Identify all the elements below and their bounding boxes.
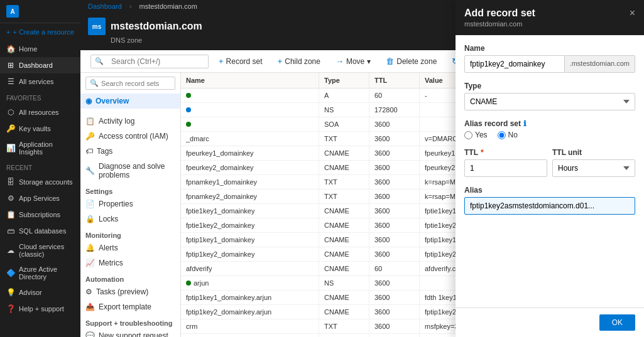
cell-ttl: 3600 bbox=[369, 218, 420, 232]
cell-type: A bbox=[319, 88, 369, 102]
breadcrumb-dashboard[interactable]: Dashboard bbox=[88, 3, 122, 10]
sidebar-item-azure-ad[interactable]: 🔷 Azure Active Directory bbox=[0, 262, 80, 284]
sql-icon: 🗃 bbox=[6, 227, 15, 235]
nav-search-input[interactable] bbox=[101, 80, 171, 87]
cell-ttl: 3600 bbox=[369, 117, 420, 131]
ttl-label: TTL * bbox=[464, 148, 547, 157]
ttl-input-group: TTL * bbox=[464, 148, 547, 177]
sidebar-item-app-insights[interactable]: 📊 Application Insights bbox=[0, 137, 80, 159]
col-type[interactable]: Type bbox=[319, 73, 369, 88]
nav-item-metrics[interactable]: 📈 Metrics bbox=[80, 255, 180, 270]
cell-ttl: 3600 bbox=[369, 204, 420, 218]
panel-subtitle: mstestdomian.com bbox=[464, 20, 535, 28]
cell-name: _dmarc bbox=[181, 132, 319, 146]
cell-type: CNAME bbox=[319, 305, 369, 319]
move-icon: → bbox=[336, 56, 344, 66]
sidebar-item-storage[interactable]: 🗄 Storage accounts bbox=[0, 174, 80, 190]
locks-icon: 🔒 bbox=[85, 215, 95, 223]
cell-type: TXT bbox=[319, 175, 369, 189]
settings-section-label: Settings bbox=[80, 183, 180, 196]
ttl-required-mark: * bbox=[481, 148, 484, 157]
nav-section-header bbox=[80, 109, 180, 114]
sidebar-item-cloud-services[interactable]: ☁ Cloud services (classic) bbox=[0, 239, 80, 262]
delete-zone-button[interactable]: 🗑 Delete zone bbox=[381, 54, 442, 68]
move-chevron-icon: ▾ bbox=[367, 57, 371, 66]
recent-section-header: RECENT bbox=[0, 159, 80, 174]
cell-type: NS bbox=[319, 103, 369, 117]
sidebar-item-app-services[interactable]: ⚙ App Services bbox=[0, 190, 80, 206]
cell-name: fptie1key1_domainkey bbox=[181, 204, 319, 218]
cell-type: TXT bbox=[319, 319, 369, 333]
activity-log-icon: 📋 bbox=[85, 117, 95, 126]
search-nav-icon: 🔍 bbox=[90, 79, 99, 87]
cell-type: CNAME bbox=[319, 262, 369, 275]
move-button[interactable]: → Move ▾ bbox=[330, 54, 376, 68]
alias-value-group: Alias bbox=[464, 186, 635, 215]
type-form-group: Type CNAME A AAAA MX NS TXT bbox=[464, 82, 635, 110]
nav-item-access-control[interactable]: 🔑 Access control (IAM) bbox=[80, 129, 180, 144]
search-input[interactable] bbox=[107, 55, 208, 68]
panel-title: Add record set bbox=[464, 8, 535, 19]
record-set-button[interactable]: + Record set bbox=[214, 54, 268, 68]
nav-item-support-request[interactable]: 💬 New support request bbox=[80, 328, 180, 337]
subscriptions-icon: 📋 bbox=[6, 210, 15, 219]
cell-name: afdverify bbox=[181, 262, 319, 275]
tags-icon: 🏷 bbox=[85, 147, 93, 156]
cell-type: CNAME bbox=[319, 291, 369, 304]
alias-yes-label[interactable]: Yes bbox=[464, 131, 488, 139]
nav-item-tasks[interactable]: ⚙ Tasks (preview) bbox=[80, 284, 180, 299]
nav-item-alerts[interactable]: 🔔 Alerts bbox=[80, 240, 180, 255]
left-nav: 🔍 ◉ Overview 📋 Activity log 🔑 Access con… bbox=[80, 73, 181, 337]
cell-name: fptip1key2_domainkey.arjun bbox=[181, 305, 319, 319]
nav-item-tags[interactable]: 🏷 Tags bbox=[80, 144, 180, 159]
cell-ttl: 3600 bbox=[369, 291, 420, 304]
sidebar-item-all-services[interactable]: ☰ All services bbox=[0, 73, 80, 90]
sidebar-item-dashboard[interactable]: ⊞ Dashboard bbox=[0, 57, 80, 73]
sidebar-item-sql-databases[interactable]: 🗃 SQL databases bbox=[0, 223, 80, 239]
sidebar-item-help[interactable]: ❓ Help + support bbox=[0, 301, 80, 317]
nav-item-export-template[interactable]: 📤 Export template bbox=[80, 299, 180, 314]
nav-item-locks[interactable]: 🔒 Locks bbox=[80, 211, 180, 227]
home-icon: 🏠 bbox=[6, 45, 15, 53]
alias-record-set-group: Alias record set ℹ Yes No bbox=[464, 119, 635, 139]
ok-button[interactable]: OK bbox=[599, 314, 635, 331]
advisor-icon: 💡 bbox=[6, 288, 15, 297]
ttl-unit-select[interactable]: Seconds Minutes Hours Days bbox=[552, 159, 635, 177]
col-name[interactable]: Name bbox=[181, 73, 319, 88]
cell-ttl: 172800 bbox=[369, 103, 420, 117]
col-ttl[interactable]: TTL bbox=[369, 73, 420, 88]
create-resource-button[interactable]: + + Create a resource bbox=[0, 23, 80, 41]
alias-value-label: Alias bbox=[464, 186, 635, 195]
sidebar-item-advisor[interactable]: 💡 Advisor bbox=[0, 284, 80, 301]
nav-item-overview[interactable]: ◉ Overview bbox=[80, 94, 180, 109]
alias-yes-radio[interactable] bbox=[464, 131, 472, 139]
cell-ttl: 3600 bbox=[369, 161, 420, 174]
sidebar: A + + Create a resource 🏠 Home ⊞ Dashboa… bbox=[0, 0, 80, 337]
nav-item-diagnose[interactable]: 🔧 Diagnose and solve problems bbox=[80, 159, 180, 183]
breadcrumb-separator: › bbox=[129, 3, 132, 10]
type-select[interactable]: CNAME A AAAA MX NS TXT bbox=[464, 93, 635, 110]
alias-no-radio[interactable] bbox=[498, 131, 506, 139]
automation-section-label: Automation bbox=[80, 270, 180, 284]
azure-logo-icon: A bbox=[6, 5, 19, 18]
name-input[interactable] bbox=[464, 55, 565, 73]
sidebar-item-key-vaults[interactable]: 🔑 Key vaults bbox=[0, 120, 80, 137]
alias-info-icon[interactable]: ℹ bbox=[523, 119, 527, 128]
support-section-label: Support + troubleshooting bbox=[80, 314, 180, 328]
sidebar-item-subscriptions[interactable]: 📋 Subscriptions bbox=[0, 206, 80, 223]
cell-name bbox=[181, 117, 319, 131]
alias-no-label[interactable]: No bbox=[498, 131, 518, 139]
child-zone-button[interactable]: + Child zone bbox=[273, 54, 325, 68]
resource-avatar: ms bbox=[88, 18, 106, 35]
all-services-icon: ☰ bbox=[6, 77, 15, 86]
nav-item-properties[interactable]: 📄 Properties bbox=[80, 196, 180, 211]
panel-header: Add record set mstestdomian.com × bbox=[456, 0, 644, 35]
sidebar-item-home[interactable]: 🏠 Home bbox=[0, 41, 80, 57]
sidebar-item-all-resources[interactable]: ⬡ All resources bbox=[0, 104, 80, 120]
search-box[interactable]: 🔍 bbox=[90, 55, 209, 68]
alias-value-input[interactable] bbox=[464, 197, 635, 215]
panel-close-button[interactable]: × bbox=[630, 8, 635, 19]
cell-type: CNAME bbox=[319, 247, 369, 261]
nav-item-activity-log[interactable]: 📋 Activity log bbox=[80, 114, 180, 129]
ttl-input[interactable] bbox=[464, 159, 547, 177]
